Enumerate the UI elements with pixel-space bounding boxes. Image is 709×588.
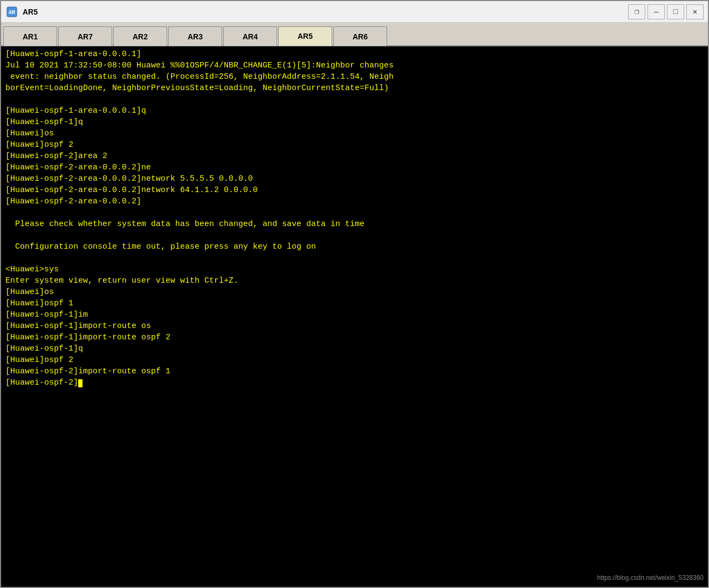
terminal-line: [Huawei-ospf-2-area-0.0.0.2]network 5.5.…: [5, 173, 704, 184]
terminal-line: [Huawei-ospf-1-area-0.0.0.1]q: [5, 105, 704, 117]
terminal-line: [Huawei]ospf 2: [5, 354, 704, 366]
terminal-line: [Huawei-ospf-2]area 2: [5, 151, 704, 162]
tab-ar6[interactable]: AR6: [333, 26, 387, 46]
window-title: AR5: [23, 8, 628, 16]
svg-text:AR: AR: [9, 10, 15, 16]
title-bar: AR AR5 ❐ — □ ✕: [1, 1, 708, 23]
tabs-bar: AR1AR7AR2AR3AR4AR5AR6: [1, 23, 708, 46]
terminal-line: [Huawei-ospf-1]q: [5, 343, 704, 354]
terminal-line: [Huawei]os: [5, 128, 704, 139]
terminal-line: [Huawei-ospf-2-area-0.0.0.2]: [5, 196, 704, 207]
terminal-line: [Huawei-ospf-2-area-0.0.0.2]ne: [5, 162, 704, 173]
window-controls: ❐ — □ ✕: [628, 4, 704, 19]
terminal-line: Please check whether system data has bee…: [5, 218, 704, 230]
terminal-line: [Huawei-ospf-2-area-0.0.0.2]network 64.1…: [5, 184, 704, 196]
terminal-area[interactable]: [Huawei-ospf-1-area-0.0.0.1]Jul 10 2021 …: [1, 46, 708, 587]
restore-button[interactable]: ❐: [628, 4, 645, 19]
terminal-line: [Huawei]os: [5, 286, 704, 298]
terminal-line: [Huawei-ospf-2]: [5, 377, 704, 388]
tab-ar1[interactable]: AR1: [3, 26, 57, 46]
terminal-line: [Huawei-ospf-2]import-route ospf 1: [5, 366, 704, 377]
terminal-line: [Huawei]ospf 2: [5, 139, 704, 151]
tab-ar4[interactable]: AR4: [223, 26, 277, 46]
terminal-line: event: neighbor status changed. (Process…: [5, 71, 704, 83]
tab-ar5[interactable]: AR5: [278, 26, 332, 46]
terminal-line: [Huawei]ospf 1: [5, 298, 704, 309]
app-icon: AR: [5, 5, 18, 18]
main-window: AR AR5 ❐ — □ ✕ AR1AR7AR2AR3AR4AR5AR6 [Hu…: [0, 0, 709, 588]
watermark: https://blog.csdn.net/weixin_5328360: [597, 573, 704, 583]
terminal-line: [Huawei-ospf-1]im: [5, 309, 704, 320]
minimize-button[interactable]: —: [648, 4, 665, 19]
terminal-line: [5, 230, 704, 241]
terminal-line: [Huawei-ospf-1]q: [5, 117, 704, 128]
terminal-line: [5, 252, 704, 264]
maximize-button[interactable]: □: [667, 4, 684, 19]
terminal-line: Enter system view, return user view with…: [5, 275, 704, 286]
tab-ar7[interactable]: AR7: [58, 26, 112, 46]
terminal-line: Configuration console time out, please p…: [5, 241, 704, 252]
terminal-line: [5, 207, 704, 218]
tab-ar2[interactable]: AR2: [113, 26, 167, 46]
terminal-line: [Huawei-ospf-1-area-0.0.0.1]: [5, 49, 704, 60]
close-button[interactable]: ✕: [686, 4, 704, 19]
terminal-line: [5, 94, 704, 105]
terminal-line: Jul 10 2021 17:32:50-08:00 Huawei %%01OS…: [5, 60, 704, 71]
terminal-line: borEvent=LoadingDone, NeighborPreviousSt…: [5, 83, 704, 94]
tab-ar3[interactable]: AR3: [168, 26, 222, 46]
terminal-line: [Huawei-ospf-1]import-route os: [5, 320, 704, 332]
terminal-line: [Huawei-ospf-1]import-route ospf 2: [5, 332, 704, 343]
terminal-line: <Huawei>sys: [5, 264, 704, 275]
terminal-cursor: [78, 379, 82, 387]
